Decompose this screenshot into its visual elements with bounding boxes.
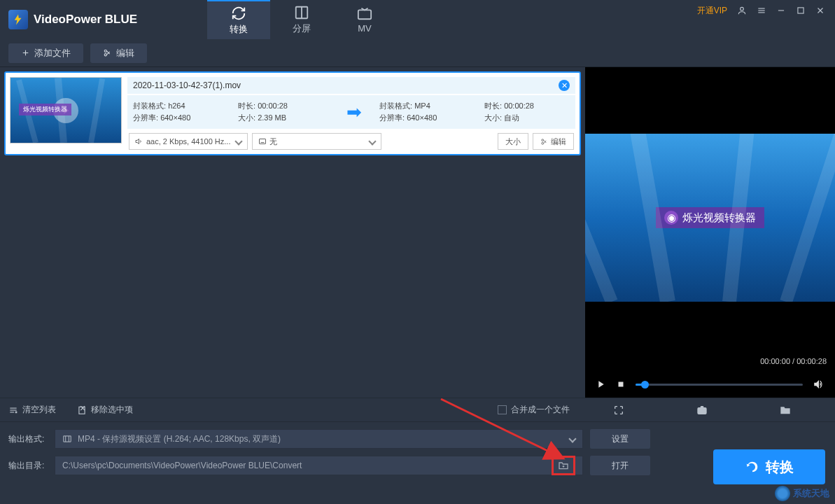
folder-icon[interactable] xyxy=(780,405,791,416)
play-button[interactable] xyxy=(595,379,606,390)
svg-rect-8 xyxy=(798,8,804,13)
vip-link[interactable]: 开通VIP xyxy=(697,5,727,17)
menu-icon[interactable] xyxy=(757,6,766,15)
add-file-button[interactable]: 添加文件 xyxy=(8,43,83,63)
file-thumbnail[interactable]: 烁光视频转换器 xyxy=(10,77,122,144)
titlebar: VideoPower BLUE 转换 分屏 MV 开通VIP xyxy=(0,0,835,39)
svg-point-14 xyxy=(104,54,106,56)
dst-meta-2: 时长: 00:00:28 大小: 自动 xyxy=(484,99,534,125)
fullscreen-icon[interactable] xyxy=(613,405,624,416)
browse-folder-highlight xyxy=(552,456,575,475)
browse-folder-icon[interactable] xyxy=(558,460,569,471)
watermark-systemworld: 系统天地 xyxy=(775,486,829,501)
tab-convert[interactable]: 转换 xyxy=(207,0,270,39)
svg-rect-30 xyxy=(64,436,71,442)
thumb-badge: 烁光视频转换器 xyxy=(19,104,71,115)
src-meta-2: 时长: 00:00:28 大小: 2.39 MB xyxy=(238,99,329,125)
file-card[interactable]: 烁光视频转换器 2020-11-03-10-42-37(1).mov ✕ 封装格… xyxy=(4,71,581,155)
src-meta-1: 封装格式: h264 分辨率: 640×480 xyxy=(133,99,238,125)
gear-icon xyxy=(775,486,790,501)
subtitle-dropdown[interactable]: 无 xyxy=(252,133,381,150)
file-edit-button[interactable]: 编辑 xyxy=(533,133,574,150)
merge-checkbox[interactable]: 合并成一个文件 xyxy=(498,404,570,416)
checkbox-icon xyxy=(498,405,507,414)
preview-toolbar xyxy=(577,405,827,416)
output-format-dropdown[interactable]: MP4 - 保持源视频设置 (H.264; AAC, 128Kbps, 双声道) xyxy=(55,429,583,449)
app-title: VideoPower BLUE xyxy=(34,13,137,27)
tab-split[interactable]: 分屏 xyxy=(270,0,333,39)
file-info: 2020-11-03-10-42-37(1).mov ✕ 封装格式: h264 … xyxy=(127,77,575,150)
file-header: 2020-11-03-10-42-37(1).mov ✕ xyxy=(127,77,575,94)
output-dir-field[interactable]: C:\Users\pc\Documents\VideoPower\VideoPo… xyxy=(55,456,583,475)
size-button[interactable]: 大小 xyxy=(498,133,528,150)
settings-button[interactable]: 设置 xyxy=(590,429,650,449)
time-display: 00:00:00 / 00:00:28 xyxy=(760,357,827,365)
output-dir-row: 输出目录: C:\Users\pc\Documents\VideoPower\V… xyxy=(8,456,827,475)
output-dir-label: 输出目录: xyxy=(8,460,48,472)
dst-meta-1: 封装格式: MP4 分辨率: 640×480 xyxy=(379,99,484,125)
file-controls-row: aac, 2 Kbps, 44100 Hz... 无 大小 编辑 xyxy=(127,133,575,150)
minimize-button[interactable] xyxy=(776,6,786,15)
user-icon[interactable] xyxy=(737,6,747,15)
lower-bar: 清空列表 移除选中项 合并成一个文件 xyxy=(0,398,835,421)
remove-selected-button[interactable]: 移除选中项 xyxy=(77,404,133,416)
svg-point-17 xyxy=(542,139,544,141)
video-format-icon xyxy=(62,434,72,444)
main-area: 烁光视频转换器 2020-11-03-10-42-37(1).mov ✕ 封装格… xyxy=(0,67,835,398)
tab-mv-label: MV xyxy=(358,23,372,34)
tab-convert-label: 转换 xyxy=(230,23,248,36)
svg-point-29 xyxy=(700,409,703,412)
clear-list-button[interactable]: 清空列表 xyxy=(8,404,56,416)
convert-button[interactable]: 转换 xyxy=(713,449,825,484)
app-logo-icon xyxy=(8,10,28,29)
stop-button[interactable] xyxy=(616,379,626,389)
file-name: 2020-11-03-10-42-37(1).mov xyxy=(133,80,241,90)
seek-bar[interactable] xyxy=(636,384,803,386)
remove-file-button[interactable]: ✕ xyxy=(559,80,570,91)
preview-pane: ◉ 烁光视频转换器 00:00:00 / 00:00:28 xyxy=(585,67,835,398)
window-controls: 开通VIP xyxy=(687,0,835,21)
output-section: 输出格式: MP4 - 保持源视频设置 (H.264; AAC, 128Kbps… xyxy=(0,421,835,489)
tab-mv[interactable]: MV xyxy=(333,0,396,39)
edit-button[interactable]: 编辑 xyxy=(90,43,147,63)
main-tabs: 转换 分屏 MV xyxy=(207,0,396,39)
svg-point-13 xyxy=(104,50,106,52)
edit-label: 编辑 xyxy=(116,47,134,59)
svg-rect-2 xyxy=(358,10,371,19)
svg-rect-19 xyxy=(619,382,624,387)
file-meta-row: 封装格式: h264 分辨率: 640×480 时长: 00:00:28 大小:… xyxy=(127,95,575,129)
svg-rect-15 xyxy=(260,139,266,144)
svg-point-3 xyxy=(741,7,744,10)
preview-image: ◉ 烁光视频转换器 xyxy=(585,134,835,302)
logo-area: VideoPower BLUE xyxy=(8,10,137,29)
player-controls xyxy=(585,378,835,391)
file-list-pane: 烁光视频转换器 2020-11-03-10-42-37(1).mov ✕ 封装格… xyxy=(0,67,585,398)
output-format-label: 输出格式: xyxy=(8,433,48,445)
tab-split-label: 分屏 xyxy=(293,22,311,35)
audio-dropdown[interactable]: aac, 2 Kbps, 44100 Hz... xyxy=(129,133,248,150)
svg-rect-25 xyxy=(79,407,85,414)
camera-icon[interactable] xyxy=(696,405,708,416)
maximize-button[interactable] xyxy=(796,6,806,15)
arrow-icon: ➡ xyxy=(346,102,362,123)
close-button[interactable] xyxy=(815,6,825,15)
volume-icon[interactable] xyxy=(813,378,825,391)
svg-point-18 xyxy=(542,142,544,144)
add-file-label: 添加文件 xyxy=(34,47,71,59)
output-format-row: 输出格式: MP4 - 保持源视频设置 (H.264; AAC, 128Kbps… xyxy=(8,429,827,449)
open-button[interactable]: 打开 xyxy=(590,456,650,475)
toolbar: 添加文件 编辑 xyxy=(0,39,835,67)
